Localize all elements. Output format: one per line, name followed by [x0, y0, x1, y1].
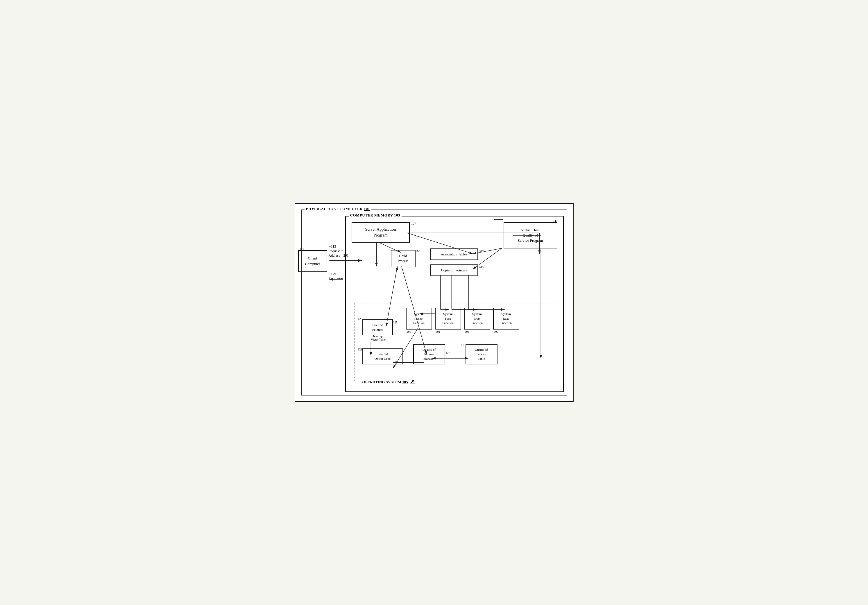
- diagram-container: ClientComputer 111 ⌐113Request toAddress…: [294, 203, 574, 402]
- server-app-label: Server ApplicationProgram: [365, 226, 396, 238]
- computer-memory-box: COMPUTER MEMORY 103 Server ApplicationPr…: [345, 216, 564, 392]
- os-num: 105: [402, 380, 408, 384]
- sys-fork-label: SystemForkFunction: [442, 312, 454, 325]
- virtual-host-block: Virtual HostQuality ofService Program: [504, 222, 557, 248]
- ref-303: 303: [465, 330, 469, 333]
- ref-203: 203: [479, 265, 484, 269]
- copies-pointers-block: Copies of Pointers: [430, 264, 478, 276]
- computer-memory-num: 103: [394, 213, 400, 217]
- ref-301: 301: [436, 330, 440, 333]
- assoc-tables-label: Association Tables: [441, 252, 467, 257]
- qos-manager-label: Quality ofServiceManager: [423, 347, 436, 361]
- sys-read-block: SystemReadFunction: [493, 308, 519, 329]
- physical-host-num: 101: [364, 206, 370, 211]
- os-label: OPERATING SYSTEM 105 ↗: [361, 379, 416, 385]
- server-app-block: Server ApplicationProgram: [352, 222, 410, 243]
- ref-305: 305: [494, 330, 498, 333]
- qos-manager-block: Quality ofServiceManager: [413, 344, 445, 365]
- ref-121: 121: [358, 348, 363, 351]
- ref-119: 119: [461, 343, 465, 347]
- inserted-pointers-block: InsertedPointers: [363, 320, 393, 335]
- ref-125: 125: [393, 321, 398, 324]
- qos-table-label: Quality ofServiceTable: [475, 347, 488, 361]
- sys-accept-block: SystemAcceptFunction: [406, 308, 432, 329]
- ivt-label: InterruptVector Table: [361, 335, 396, 341]
- inserted-object-block: InsertedObject Code: [363, 348, 403, 365]
- inserted-object-label: InsertedObject Code: [375, 352, 391, 361]
- ref-127: 127: [446, 351, 450, 355]
- computer-memory-label: COMPUTER MEMORY 103: [349, 213, 402, 218]
- physical-host-box: PHYSICAL HOST COMPUTER 101 COMPUTER MEMO…: [301, 209, 567, 396]
- virtual-host-label: Virtual HostQuality ofService Program: [518, 228, 543, 244]
- ref-117-line: [494, 219, 503, 220]
- ref-205: 205: [407, 330, 411, 333]
- ref-123: 123: [358, 317, 363, 321]
- sys-fork-block: SystemForkFunction: [435, 308, 461, 329]
- physical-host-label: PHYSICAL HOST COMPUTER 101: [305, 206, 371, 211]
- sys-read-label: SystemReadFunction: [501, 312, 512, 325]
- ref-109: 109: [415, 249, 420, 253]
- sys-dup-label: SystemDupFunction: [471, 312, 483, 325]
- child-process-label: ChildProcess: [398, 254, 409, 264]
- sys-dup-block: SystemDupFunction: [464, 308, 490, 329]
- os-box: OPERATING SYSTEM 105 ↗ SystemAcceptFunct…: [355, 303, 560, 381]
- ref-117: 117: [553, 219, 558, 222]
- inserted-pointers-label: InsertedPointers: [372, 323, 383, 332]
- qos-table-block: Quality ofServiceTable: [465, 344, 498, 365]
- assoc-tables-block: Association Tables: [430, 248, 478, 260]
- child-process-block: ChildProcess: [391, 250, 415, 267]
- copies-pointers-label: Copies of Pointers: [441, 268, 467, 273]
- ref-107: 107: [411, 222, 416, 225]
- sys-accept-label: SystemAcceptFunction: [413, 312, 425, 325]
- ref-307: 307: [479, 249, 484, 253]
